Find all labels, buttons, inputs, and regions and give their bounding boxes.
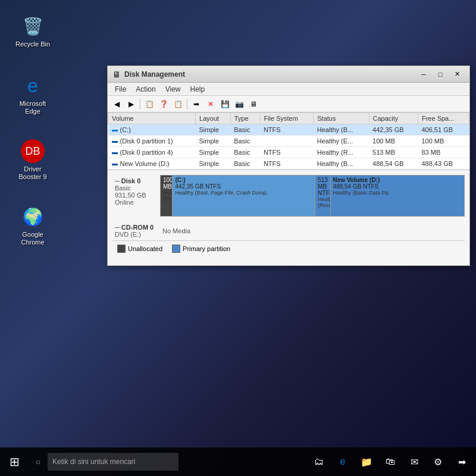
toolbar-view-btn[interactable]: 📋 (143, 98, 156, 111)
taskbar-edge-btn[interactable]: e (333, 452, 352, 471)
vol-name: (Disk 0 partition 1) (108, 136, 196, 147)
legend-primary-box (172, 245, 180, 253)
table-row[interactable]: (C:) Simple Basic NTFS Healthy (B... 442… (108, 124, 469, 136)
table-row[interactable]: (Disk 0 partition 1) Simple Basic Health… (108, 136, 469, 147)
disk0-name: ─ Disk 0 (115, 177, 158, 184)
col-type[interactable]: Type (230, 113, 260, 124)
legend-area: Unallocated Primary partition (112, 240, 465, 256)
desktop: 🗑️ Recycle Bin e Microsoft Edge DB Drive… (0, 0, 476, 476)
toolbar-arrow-btn[interactable]: ➡ (190, 98, 203, 111)
close-button[interactable]: ✕ (449, 68, 465, 80)
cdrom-drive: DVD (E:) (115, 231, 158, 238)
vol-indicator (112, 152, 118, 154)
col-freespace[interactable]: Free Spa... (418, 113, 469, 124)
taskbar-store-btn[interactable]: 🛍 (381, 452, 400, 471)
vol-fs: NTFS (260, 147, 314, 158)
taskbar-view-btn[interactable]: 🗂 (309, 452, 328, 471)
disk0-label: ─ Disk 0 Basic 931,50 GB Online (112, 175, 160, 217)
vol-status: Healthy (E... (314, 136, 369, 147)
recycle-bin-icon[interactable]: 🗑️ Recycle Bin (12, 12, 54, 51)
seg-efi[interactable]: 100 MB Healthy (EF (161, 176, 173, 216)
cortana-button[interactable]: ○ (29, 452, 48, 471)
window-controls: ─ □ ✕ (416, 68, 465, 80)
vol-name: (C:) (108, 124, 196, 136)
taskbar-icons: 🗂 e 📁 🛍 ✉ ⚙ ➡ (309, 452, 476, 471)
menu-file[interactable]: File (110, 84, 131, 95)
toolbar-delete-btn[interactable]: ✕ (204, 98, 217, 111)
maximize-button[interactable]: □ (433, 68, 448, 80)
taskbar-folder-btn[interactable]: 📁 (357, 452, 376, 471)
vol-name: New Volume (D:) (108, 158, 196, 170)
back-button[interactable]: ◀ (110, 98, 123, 111)
chrome-icon[interactable]: 🌍 GoogleChrome (12, 202, 54, 249)
col-capacity[interactable]: Capacity (369, 113, 418, 124)
vol-fs (260, 136, 314, 147)
toolbar-list-btn[interactable]: 📋 (171, 98, 184, 111)
disk0-row: ─ Disk 0 Basic 931,50 GB Online 100 MB H… (112, 175, 465, 217)
chrome-label: GoogleChrome (21, 231, 44, 246)
toolbar-snap-btn[interactable]: 📷 (233, 98, 246, 111)
toolbar: ◀ ▶ 📋 ❓ 📋 ➡ ✕ 💾 📷 🖥 (108, 96, 469, 112)
cdrom-content: No Media (160, 225, 465, 237)
vol-indicator (112, 164, 118, 165)
disk0-size: 931,50 GB (115, 192, 158, 199)
vol-free: 100 MB (418, 136, 469, 147)
vol-fs: NTFS (260, 124, 314, 136)
toolbar-monitor-btn[interactable]: 🖥 (247, 98, 260, 111)
vol-layout: Simple (196, 136, 231, 147)
titlebar: 🖥 Disk Management ─ □ ✕ (108, 66, 469, 83)
toolbar-save-btn[interactable]: 💾 (218, 98, 231, 111)
search-bar[interactable]: Ketik di sini untuk mencari (48, 453, 178, 471)
menu-action[interactable]: Action (131, 84, 160, 95)
vol-indicator (112, 130, 118, 131)
menu-view[interactable]: View (161, 84, 186, 95)
col-filesystem[interactable]: File System (260, 113, 314, 124)
legend-unalloc-label: Unallocated (128, 245, 162, 252)
legend-primary-label: Primary partition (183, 245, 230, 252)
edge-icon[interactable]: e Microsoft Edge (12, 71, 54, 118)
col-layout[interactable]: Layout (196, 113, 231, 124)
disk-management-window: 🖥 Disk Management ─ □ ✕ File Action View… (107, 65, 470, 266)
toolbar-help-btn[interactable]: ❓ (157, 98, 170, 111)
edge-label: Microsoft Edge (14, 100, 51, 115)
minimize-button[interactable]: ─ (416, 68, 431, 80)
cdrom-row: ─ CD-ROM 0 DVD (E:) No Media (112, 221, 465, 240)
taskbar-arrow-btn[interactable]: ➡ (452, 452, 471, 471)
vol-status: Healthy (R... (314, 147, 369, 158)
seg-new-volume[interactable]: New Volume (D:) 488,54 GB NTFS Healthy (… (331, 176, 464, 216)
disk0-type: Basic (115, 184, 158, 192)
vol-type: Basic (230, 158, 260, 170)
disk0-status: Online (115, 199, 158, 206)
forward-button[interactable]: ▶ (124, 98, 137, 111)
vol-fs: NTFS (260, 158, 314, 170)
taskbar: ⊞ ○ Ketik di sini untuk mencari 🗂 e 📁 🛍 … (0, 447, 476, 476)
volume-table: Volume Layout Type File System Status Ca… (108, 112, 469, 170)
disk-map-area: ─ Disk 0 Basic 931,50 GB Online 100 MB H… (108, 170, 469, 265)
vol-capacity: 442,35 GB (369, 124, 418, 136)
vol-capacity: 513 MB (369, 147, 418, 158)
taskbar-mail-btn[interactable]: ✉ (405, 452, 424, 471)
table-row[interactable]: New Volume (D:) Simple Basic NTFS Health… (108, 158, 469, 170)
search-placeholder: Ketik di sini untuk mencari (52, 458, 135, 466)
menubar: File Action View Help (108, 83, 469, 96)
seg-recovery[interactable]: 513 MB NTFS Healthy (Recover (315, 176, 331, 216)
col-status[interactable]: Status (314, 113, 369, 124)
vol-layout: Simple (196, 147, 231, 158)
menu-help[interactable]: Help (186, 84, 210, 95)
disk0-bar: 100 MB Healthy (EF (C:) 442,35 GB NTFS H… (160, 175, 465, 217)
vol-capacity: 488,54 GB (369, 158, 418, 170)
vol-status: Healthy (B... (314, 124, 369, 136)
toolbar-sep1 (140, 99, 140, 109)
seg-c-drive[interactable]: (C:) 442,35 GB NTFS Healthy (Boot, Page … (173, 176, 315, 216)
col-volume[interactable]: Volume (108, 113, 196, 124)
table-row[interactable]: (Disk 0 partition 4) Simple Basic NTFS H… (108, 147, 469, 158)
vol-status: Healthy (B... (314, 158, 369, 170)
driver-booster-icon[interactable]: DB DriverBooster 9 (12, 137, 54, 183)
start-button[interactable]: ⊞ (0, 447, 29, 476)
vol-indicator (112, 141, 118, 143)
taskbar-settings-btn[interactable]: ⚙ (428, 452, 447, 471)
cdrom-name: ─ CD-ROM 0 (115, 224, 158, 231)
driver-booster-label: DriverBooster 9 (18, 165, 46, 181)
vol-name: (Disk 0 partition 4) (108, 147, 196, 158)
driver-booster-image: DB (21, 139, 45, 163)
